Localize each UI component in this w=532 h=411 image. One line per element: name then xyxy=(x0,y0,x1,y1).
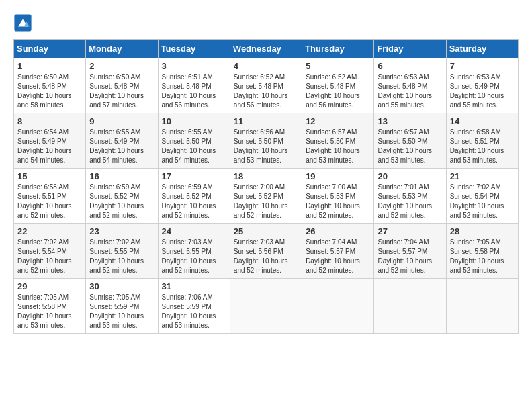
calendar-week-row: 22 Sunrise: 7:02 AM Sunset: 5:54 PM Dayl… xyxy=(14,224,519,279)
calendar-table: SundayMondayTuesdayWednesdayThursdayFrid… xyxy=(13,39,519,334)
calendar-day-cell: 21 Sunrise: 7:02 AM Sunset: 5:54 PM Dayl… xyxy=(446,169,518,224)
weekday-header-wednesday: Wednesday xyxy=(230,40,302,58)
weekday-header-tuesday: Tuesday xyxy=(158,40,230,58)
weekday-header-monday: Monday xyxy=(86,40,158,58)
day-number: 23 xyxy=(89,226,154,236)
day-number: 27 xyxy=(378,226,442,236)
calendar-day-cell xyxy=(446,279,518,334)
day-number: 28 xyxy=(450,226,515,236)
day-number: 25 xyxy=(234,226,298,236)
calendar-day-cell: 19 Sunrise: 7:00 AM Sunset: 5:53 PM Dayl… xyxy=(302,169,374,224)
calendar-day-cell: 17 Sunrise: 6:59 AM Sunset: 5:52 PM Dayl… xyxy=(158,169,230,224)
day-detail: Sunrise: 6:58 AM Sunset: 5:51 PM Dayligh… xyxy=(450,128,515,165)
calendar-day-cell: 5 Sunrise: 6:52 AM Sunset: 5:48 PM Dayli… xyxy=(302,58,374,113)
day-number: 18 xyxy=(234,171,298,181)
day-number: 1 xyxy=(17,61,82,71)
day-number: 7 xyxy=(450,61,515,71)
day-number: 19 xyxy=(306,171,370,181)
calendar-day-cell: 4 Sunrise: 6:52 AM Sunset: 5:48 PM Dayli… xyxy=(230,58,302,113)
day-number: 9 xyxy=(89,116,154,126)
calendar-day-cell: 26 Sunrise: 7:04 AM Sunset: 5:57 PM Dayl… xyxy=(302,224,374,279)
day-number: 30 xyxy=(89,281,154,291)
day-detail: Sunrise: 7:05 AM Sunset: 5:59 PM Dayligh… xyxy=(89,293,154,330)
calendar-week-row: 8 Sunrise: 6:54 AM Sunset: 5:49 PM Dayli… xyxy=(14,113,519,169)
calendar-day-cell: 18 Sunrise: 7:00 AM Sunset: 5:52 PM Dayl… xyxy=(230,169,302,224)
logo xyxy=(13,13,35,32)
day-detail: Sunrise: 6:56 AM Sunset: 5:50 PM Dayligh… xyxy=(234,128,298,165)
day-detail: Sunrise: 7:01 AM Sunset: 5:53 PM Dayligh… xyxy=(378,183,442,220)
weekday-header-friday: Friday xyxy=(374,40,446,58)
day-detail: Sunrise: 6:59 AM Sunset: 5:52 PM Dayligh… xyxy=(162,183,226,220)
calendar-day-cell xyxy=(374,279,446,334)
day-number: 12 xyxy=(306,116,370,126)
day-number: 10 xyxy=(162,116,226,126)
day-number: 3 xyxy=(162,61,226,71)
day-detail: Sunrise: 7:03 AM Sunset: 5:56 PM Dayligh… xyxy=(234,238,298,275)
calendar-day-cell: 14 Sunrise: 6:58 AM Sunset: 5:51 PM Dayl… xyxy=(446,113,518,169)
calendar-day-cell xyxy=(230,279,302,334)
day-number: 22 xyxy=(17,226,82,236)
calendar-day-cell: 25 Sunrise: 7:03 AM Sunset: 5:56 PM Dayl… xyxy=(230,224,302,279)
calendar-day-cell: 7 Sunrise: 6:53 AM Sunset: 5:49 PM Dayli… xyxy=(446,58,518,113)
day-detail: Sunrise: 6:54 AM Sunset: 5:49 PM Dayligh… xyxy=(17,128,82,165)
day-detail: Sunrise: 6:53 AM Sunset: 5:48 PM Dayligh… xyxy=(378,73,442,110)
day-detail: Sunrise: 7:02 AM Sunset: 5:54 PM Dayligh… xyxy=(17,238,82,275)
day-detail: Sunrise: 7:04 AM Sunset: 5:57 PM Dayligh… xyxy=(306,238,370,275)
day-number: 5 xyxy=(306,61,370,71)
calendar-week-row: 29 Sunrise: 7:05 AM Sunset: 5:58 PM Dayl… xyxy=(14,279,519,334)
day-number: 15 xyxy=(17,171,82,181)
day-detail: Sunrise: 7:05 AM Sunset: 5:58 PM Dayligh… xyxy=(450,238,515,275)
day-number: 4 xyxy=(234,61,298,71)
day-detail: Sunrise: 6:52 AM Sunset: 5:48 PM Dayligh… xyxy=(306,73,370,110)
calendar-day-cell: 11 Sunrise: 6:56 AM Sunset: 5:50 PM Dayl… xyxy=(230,113,302,169)
calendar-day-cell: 27 Sunrise: 7:04 AM Sunset: 5:57 PM Dayl… xyxy=(374,224,446,279)
calendar-day-cell: 23 Sunrise: 7:02 AM Sunset: 5:55 PM Dayl… xyxy=(86,224,158,279)
calendar-day-cell: 12 Sunrise: 6:57 AM Sunset: 5:50 PM Dayl… xyxy=(302,113,374,169)
weekday-header-thursday: Thursday xyxy=(302,40,374,58)
day-number: 24 xyxy=(162,226,226,236)
day-detail: Sunrise: 6:58 AM Sunset: 5:51 PM Dayligh… xyxy=(17,183,82,220)
calendar-day-cell: 24 Sunrise: 7:03 AM Sunset: 5:55 PM Dayl… xyxy=(158,224,230,279)
day-number: 29 xyxy=(17,281,82,291)
calendar-day-cell: 16 Sunrise: 6:59 AM Sunset: 5:52 PM Dayl… xyxy=(86,169,158,224)
day-detail: Sunrise: 7:04 AM Sunset: 5:57 PM Dayligh… xyxy=(378,238,442,275)
calendar-day-cell: 29 Sunrise: 7:05 AM Sunset: 5:58 PM Dayl… xyxy=(14,279,86,334)
day-detail: Sunrise: 7:06 AM Sunset: 5:59 PM Dayligh… xyxy=(162,293,226,330)
calendar-day-cell: 20 Sunrise: 7:01 AM Sunset: 5:53 PM Dayl… xyxy=(374,169,446,224)
day-number: 8 xyxy=(17,116,82,126)
day-detail: Sunrise: 6:59 AM Sunset: 5:52 PM Dayligh… xyxy=(89,183,154,220)
calendar-day-cell: 3 Sunrise: 6:51 AM Sunset: 5:48 PM Dayli… xyxy=(158,58,230,113)
weekday-header-sunday: Sunday xyxy=(14,40,86,58)
weekday-header-saturday: Saturday xyxy=(446,40,518,58)
day-number: 2 xyxy=(89,61,154,71)
calendar-day-cell: 30 Sunrise: 7:05 AM Sunset: 5:59 PM Dayl… xyxy=(86,279,158,334)
calendar-week-row: 1 Sunrise: 6:50 AM Sunset: 5:48 PM Dayli… xyxy=(14,58,519,113)
calendar-day-cell: 13 Sunrise: 6:57 AM Sunset: 5:50 PM Dayl… xyxy=(374,113,446,169)
day-number: 13 xyxy=(378,116,442,126)
day-detail: Sunrise: 6:51 AM Sunset: 5:48 PM Dayligh… xyxy=(162,73,226,110)
calendar-header-row: SundayMondayTuesdayWednesdayThursdayFrid… xyxy=(14,40,519,58)
day-detail: Sunrise: 7:00 AM Sunset: 5:53 PM Dayligh… xyxy=(306,183,370,220)
day-number: 26 xyxy=(306,226,370,236)
calendar-day-cell: 1 Sunrise: 6:50 AM Sunset: 5:48 PM Dayli… xyxy=(14,58,86,113)
day-number: 16 xyxy=(89,171,154,181)
day-detail: Sunrise: 6:50 AM Sunset: 5:48 PM Dayligh… xyxy=(89,73,154,110)
logo-icon xyxy=(13,13,32,32)
day-detail: Sunrise: 6:55 AM Sunset: 5:49 PM Dayligh… xyxy=(89,128,154,165)
calendar-day-cell xyxy=(302,279,374,334)
day-detail: Sunrise: 6:50 AM Sunset: 5:48 PM Dayligh… xyxy=(17,73,82,110)
day-detail: Sunrise: 6:55 AM Sunset: 5:50 PM Dayligh… xyxy=(162,128,226,165)
calendar-day-cell: 31 Sunrise: 7:06 AM Sunset: 5:59 PM Dayl… xyxy=(158,279,230,334)
day-number: 31 xyxy=(162,281,226,291)
day-detail: Sunrise: 7:03 AM Sunset: 5:55 PM Dayligh… xyxy=(162,238,226,275)
day-number: 14 xyxy=(450,116,515,126)
day-detail: Sunrise: 6:57 AM Sunset: 5:50 PM Dayligh… xyxy=(306,128,370,165)
calendar-day-cell: 28 Sunrise: 7:05 AM Sunset: 5:58 PM Dayl… xyxy=(446,224,518,279)
day-detail: Sunrise: 7:02 AM Sunset: 5:55 PM Dayligh… xyxy=(89,238,154,275)
day-detail: Sunrise: 7:05 AM Sunset: 5:58 PM Dayligh… xyxy=(17,293,82,330)
day-number: 6 xyxy=(378,61,442,71)
page-header xyxy=(13,13,519,32)
day-detail: Sunrise: 6:53 AM Sunset: 5:49 PM Dayligh… xyxy=(450,73,515,110)
calendar-day-cell: 2 Sunrise: 6:50 AM Sunset: 5:48 PM Dayli… xyxy=(86,58,158,113)
calendar-body: 1 Sunrise: 6:50 AM Sunset: 5:48 PM Dayli… xyxy=(14,58,519,334)
